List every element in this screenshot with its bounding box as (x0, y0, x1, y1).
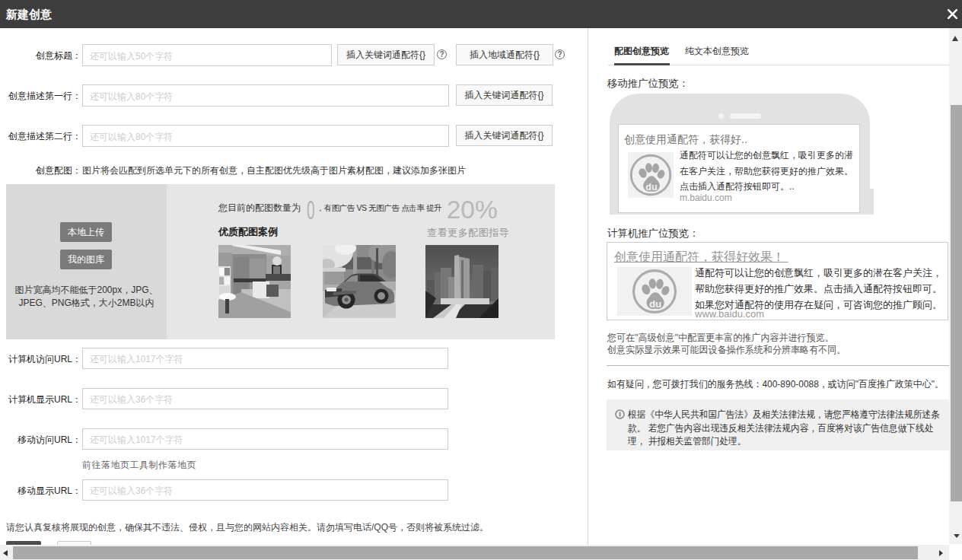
svg-text:du: du (649, 298, 661, 310)
svg-text:du: du (645, 182, 657, 192)
